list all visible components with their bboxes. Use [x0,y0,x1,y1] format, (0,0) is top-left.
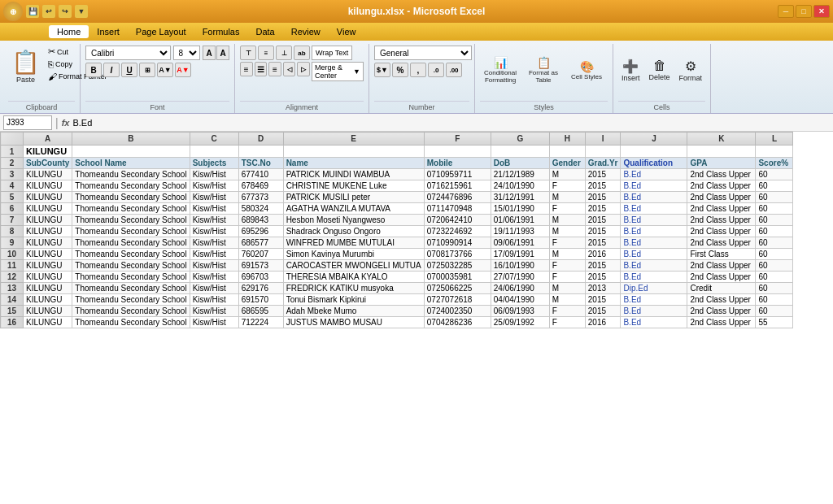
border-button[interactable]: ⊞ [139,63,155,77]
table-cell[interactable]: Kisw/Hist [190,215,238,226]
table-cell[interactable]: 04/04/1990 [491,294,549,306]
table-cell[interactable]: Mobile [424,158,491,169]
table-cell[interactable]: KILUNGU [24,306,72,317]
row-number[interactable]: 3 [1,169,24,180]
table-cell[interactable]: 2nd Class Upper [687,226,756,237]
table-cell[interactable]: 55 [756,317,793,328]
table-cell[interactable]: 0724002350 [424,306,491,317]
table-cell[interactable]: Kisw/Hist [190,226,238,237]
table-cell[interactable]: 689843 [238,215,283,226]
table-cell[interactable]: 2nd Class Upper [687,317,756,328]
table-cell[interactable]: 0724476896 [424,192,491,203]
table-cell[interactable]: Kisw/Hist [190,180,238,192]
undo-quick-btn[interactable]: ↩ [42,5,55,18]
minimize-btn[interactable]: ─ [778,5,794,18]
table-cell[interactable]: 0711470948 [424,203,491,215]
table-cell[interactable]: 16/10/1990 [491,260,549,272]
table-cell[interactable]: AGATHA WANZILA MUTAVA [283,203,424,215]
table-cell[interactable]: 2015 [585,215,621,226]
row-number[interactable]: 6 [1,203,24,215]
table-cell[interactable]: 2015 [585,272,621,283]
table-cell[interactable]: 0716215961 [424,180,491,192]
row-number[interactable]: 16 [1,317,24,328]
table-cell[interactable]: 0700035981 [424,272,491,283]
table-cell[interactable]: Thomeandu Secondary School [72,283,190,294]
table-cell[interactable]: KILUNGU [24,283,72,294]
col-J[interactable]: J [621,133,687,146]
table-cell[interactable]: Thomeandu Secondary School [72,215,190,226]
table-cell[interactable]: 0725032285 [424,260,491,272]
table-cell[interactable]: 60 [756,294,793,306]
table-cell[interactable]: 2016 [585,317,621,328]
table-cell[interactable]: Kisw/Hist [190,203,238,215]
table-cell[interactable]: 31/12/1991 [491,192,549,203]
fill-color-button[interactable]: A▼ [157,63,173,77]
table-cell[interactable]: 06/09/1993 [491,306,549,317]
font-family-select[interactable]: Calibri [85,46,171,60]
table-cell[interactable]: M [549,283,585,294]
col-A[interactable]: A [24,133,72,146]
table-cell[interactable]: PATRICK MUINDI WAMBUA [283,169,424,180]
table-cell[interactable]: KILUNGU [24,169,72,180]
table-cell[interactable]: 696703 [238,272,283,283]
table-cell[interactable]: 2015 [585,180,621,192]
table-cell[interactable]: 2015 [585,237,621,249]
table-cell[interactable]: F [549,237,585,249]
table-cell[interactable]: 09/06/1991 [491,237,549,249]
row-number[interactable]: 10 [1,249,24,260]
table-cell[interactable]: KILUNGU [24,294,72,306]
table-cell[interactable]: Kisw/Hist [190,283,238,294]
formula-input[interactable] [72,115,830,130]
table-cell[interactable] [621,146,687,158]
table-cell[interactable]: B.Ed [621,306,687,317]
table-cell[interactable]: 2nd Class Upper [687,192,756,203]
table-cell[interactable]: F [549,180,585,192]
table-cell[interactable]: Thomeandu Secondary School [72,169,190,180]
table-cell[interactable]: KILUNGU [24,249,72,260]
decrease-decimal-btn[interactable]: .0 [428,63,444,77]
table-cell[interactable]: WINFRED MUMBE MUTULAI [283,237,424,249]
col-G[interactable]: G [491,133,549,146]
table-cell[interactable]: 2nd Class Upper [687,215,756,226]
table-cell[interactable]: 2015 [585,169,621,180]
table-cell[interactable]: 0720642410 [424,215,491,226]
table-cell[interactable]: 2015 [585,226,621,237]
table-cell[interactable]: THERESIA MBAIKA KYALO [283,272,424,283]
table-cell[interactable]: KILUNGU [24,260,72,272]
align-center-btn[interactable]: ☰ [255,62,268,76]
table-cell[interactable]: Hesbon Moseti Nyangweso [283,215,424,226]
table-cell[interactable]: M [549,226,585,237]
table-cell[interactable]: 60 [756,306,793,317]
format-cells-btn[interactable]: ⚙ Format [676,46,706,94]
table-cell[interactable]: Thomeandu Secondary School [72,180,190,192]
table-cell[interactable]: B.Ed [621,294,687,306]
table-cell[interactable]: Score% [756,158,793,169]
table-cell[interactable]: Thomeandu Secondary School [72,192,190,203]
table-cell[interactable]: 691573 [238,260,283,272]
table-cell[interactable]: 2015 [585,260,621,272]
comma-btn[interactable]: , [410,63,426,77]
table-cell[interactable]: Thomeandu Secondary School [72,294,190,306]
table-cell[interactable]: B.Ed [621,317,687,328]
table-cell[interactable]: Kisw/Hist [190,272,238,283]
col-H[interactable]: H [549,133,585,146]
menu-review[interactable]: Review [283,25,329,38]
table-cell[interactable]: Kisw/Hist [190,306,238,317]
table-cell[interactable]: CHRISTINE MUKENE Luke [283,180,424,192]
table-cell[interactable]: Kisw/Hist [190,317,238,328]
table-cell[interactable] [283,146,424,158]
table-cell[interactable]: Kisw/Hist [190,192,238,203]
table-cell[interactable]: 629176 [238,283,283,294]
table-cell[interactable] [687,146,756,158]
table-cell[interactable]: Thomeandu Secondary School [72,226,190,237]
table-cell[interactable] [585,146,621,158]
table-cell[interactable]: Kisw/Hist [190,169,238,180]
table-cell[interactable]: Qualification [621,158,687,169]
table-cell[interactable]: 0725066225 [424,283,491,294]
table-cell[interactable]: Grad.Yr [585,158,621,169]
table-cell[interactable]: Tonui Bismark Kipkirui [283,294,424,306]
table-cell[interactable]: 691570 [238,294,283,306]
table-cell[interactable]: 60 [756,237,793,249]
table-cell[interactable]: Dip.Ed [621,283,687,294]
col-D[interactable]: D [238,133,283,146]
